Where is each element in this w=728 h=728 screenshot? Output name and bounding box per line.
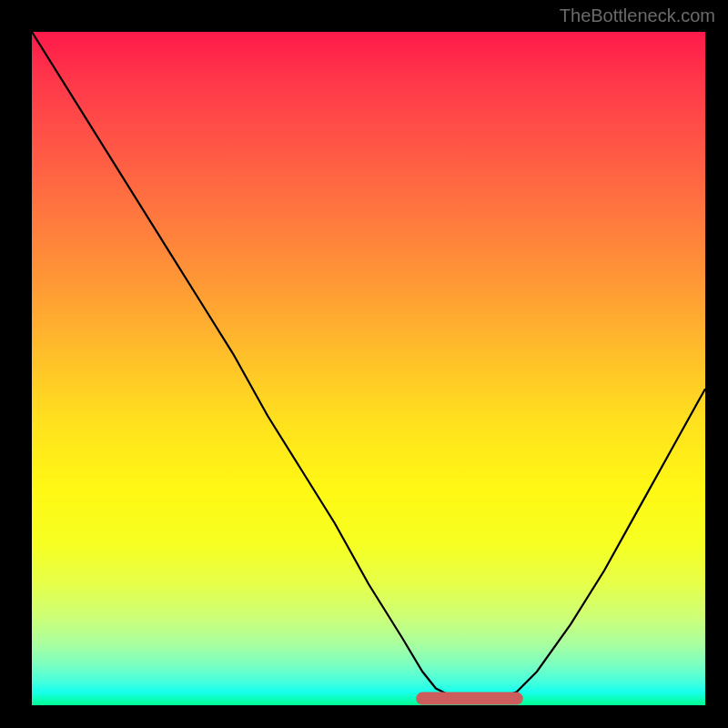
attribution-text: TheBottleneck.com: [560, 5, 715, 26]
chart-svg: [32, 32, 705, 705]
bottleneck-curve: [32, 32, 705, 699]
plot-area: [32, 32, 705, 705]
